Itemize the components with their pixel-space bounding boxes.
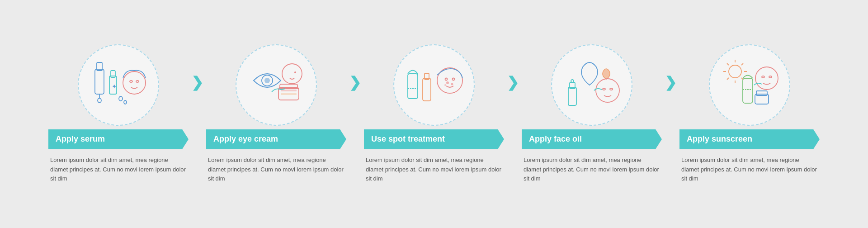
- svg-point-52: [769, 76, 772, 78]
- step-wrapper-3: Use spot treatment Lorem ipsum dolor sit…: [364, 44, 504, 184]
- step-apply-serum: ✦ Apply serum Lorem ipsum dolor sit dim …: [48, 44, 189, 184]
- svg-point-3: [98, 98, 101, 103]
- svg-rect-49: [756, 91, 767, 95]
- svg-point-37: [729, 65, 741, 78]
- svg-point-50: [755, 67, 778, 90]
- svg-rect-17: [281, 90, 297, 91]
- svg-point-35: [603, 88, 605, 90]
- step-apply-eye-cream: Apply eye cream Lorem ipsum dolor sit di…: [206, 44, 346, 184]
- svg-rect-15: [280, 84, 297, 89]
- step-wrapper-5: Apply sunscreen Lorem ipsum dolor sit di…: [679, 44, 820, 184]
- eye-cream-icon: [245, 53, 308, 117]
- svg-point-10: [136, 81, 139, 82]
- circle-3: [393, 44, 475, 126]
- svg-point-8: [123, 71, 146, 94]
- svg-point-19: [282, 64, 302, 84]
- circle-5: [709, 44, 790, 126]
- face-oil-icon: [560, 53, 623, 117]
- circle-container-4: [522, 44, 662, 126]
- svg-rect-21: [408, 74, 418, 99]
- desc-apply-eye-cream: Lorem ipsum dolor sit dim amet, mea regi…: [206, 156, 346, 184]
- svg-rect-23: [423, 78, 431, 101]
- svg-line-44: [741, 63, 743, 65]
- serum-icon: ✦: [87, 53, 150, 117]
- circle-container-1: ✦: [48, 44, 189, 126]
- svg-line-42: [727, 63, 729, 65]
- step-apply-face-oil: Apply face oil Lorem ipsum dolor sit dim…: [522, 44, 662, 184]
- circle-1: ✦: [78, 44, 159, 126]
- desc-apply-serum: Lorem ipsum dolor sit dim amet, mea regi…: [48, 156, 189, 184]
- spot-treatment-icon: [402, 53, 466, 117]
- step-spot-treatment: Use spot treatment Lorem ipsum dolor sit…: [364, 44, 504, 184]
- arrow-1: ❯: [191, 75, 203, 90]
- svg-point-29: [451, 83, 453, 85]
- sunscreen-icon: [718, 53, 781, 117]
- svg-point-20: [294, 71, 296, 73]
- desc-spot-treatment: Lorem ipsum dolor sit dim amet, mea regi…: [364, 156, 504, 184]
- circle-container-3: [364, 44, 504, 126]
- svg-point-34: [596, 79, 619, 102]
- svg-rect-18: [281, 93, 297, 95]
- step-wrapper-4: Apply face oil Lorem ipsum dolor sit dim…: [522, 44, 662, 184]
- label-apply-face-oil: Apply face oil: [522, 129, 662, 149]
- desc-apply-sunscreen: Lorem ipsum dolor sit dim amet, mea regi…: [679, 156, 820, 184]
- svg-rect-31: [568, 87, 576, 105]
- circle-2: [236, 44, 317, 126]
- arrow-4: ❯: [665, 75, 677, 90]
- svg-point-33: [571, 80, 574, 82]
- label-apply-serum: Apply serum: [48, 129, 189, 149]
- svg-text:✦: ✦: [112, 83, 117, 90]
- label-spot-treatment: Use spot treatment: [364, 129, 504, 149]
- svg-point-9: [130, 81, 132, 82]
- circle-4: [551, 44, 632, 126]
- svg-point-13: [264, 78, 270, 83]
- label-apply-eye-cream: Apply eye cream: [206, 129, 346, 149]
- svg-point-30: [444, 84, 446, 86]
- svg-point-27: [453, 78, 455, 80]
- svg-rect-0: [95, 69, 104, 94]
- svg-point-6: [119, 96, 123, 101]
- circle-container-5: [679, 44, 820, 126]
- desc-apply-face-oil: Lorem ipsum dolor sit dim amet, mea regi…: [522, 156, 662, 184]
- step-wrapper-1: ✦ Apply serum Lorem ipsum dolor sit dim …: [48, 44, 189, 184]
- label-apply-sunscreen: Apply sunscreen: [679, 129, 820, 149]
- svg-point-26: [445, 78, 448, 80]
- svg-point-7: [124, 100, 127, 104]
- circle-container-2: [206, 44, 346, 126]
- svg-point-51: [762, 76, 764, 78]
- step-wrapper-2: Apply eye cream Lorem ipsum dolor sit di…: [206, 44, 346, 184]
- arrow-2: ❯: [349, 75, 361, 90]
- arrow-3: ❯: [507, 75, 519, 90]
- svg-point-36: [610, 88, 613, 90]
- infographic: ✦ Apply serum Lorem ipsum dolor sit dim …: [0, 35, 868, 193]
- svg-line-45: [727, 78, 729, 80]
- step-apply-sunscreen: Apply sunscreen Lorem ipsum dolor sit di…: [679, 44, 820, 184]
- svg-rect-46: [743, 78, 753, 103]
- svg-point-28: [446, 81, 449, 84]
